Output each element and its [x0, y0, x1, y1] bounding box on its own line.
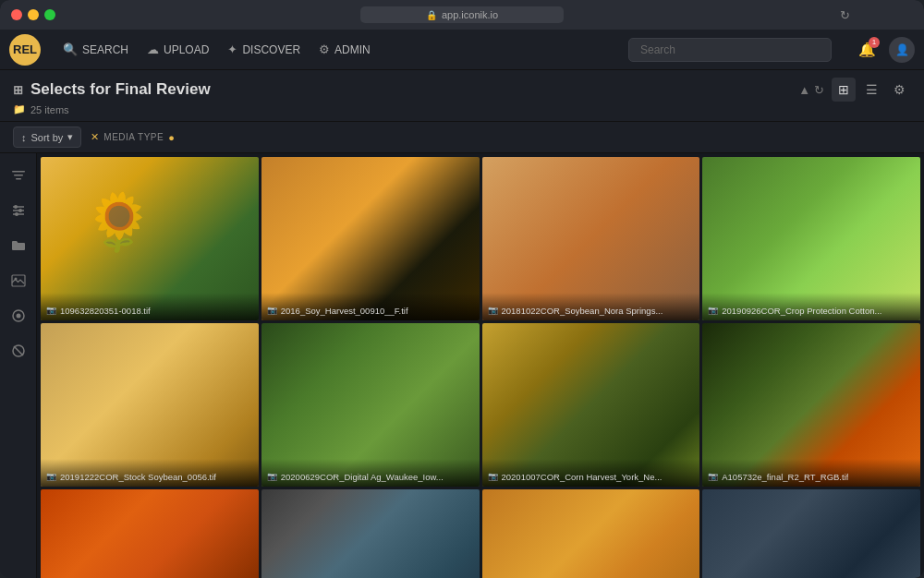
notifications-button[interactable]: 🔔 1	[854, 37, 880, 63]
sidebar-item-strike[interactable]	[4, 336, 33, 366]
title-bar: 🔒 app.iconik.io ↻	[0, 0, 924, 30]
nav-up-button[interactable]: ▲	[798, 83, 810, 97]
page-nav-arrows: ▲ ↻	[798, 83, 824, 97]
url-text: app.iconik.io	[442, 9, 498, 20]
grid-item[interactable]: 📷20201007COR_Corn Harvest_York_Ne...	[482, 323, 700, 487]
filter-chip-label: MEDIA TYPE	[103, 132, 164, 142]
item-label: 📷20181022COR_Soybean_Nora Springs...	[482, 293, 700, 320]
count-icon: 📁	[13, 103, 26, 115]
svg-point-8	[15, 212, 18, 216]
grid-item[interactable]: 📷20181022COR_Soybean_Nora Springs...	[482, 157, 700, 320]
camera-icon: 📷	[46, 472, 56, 481]
item-label: 📷20201007COR_Corn Harvest_York_Ne...	[482, 459, 700, 487]
page-title-row: ⊞ Selects for Final Review ▲ ↻ ⊞ ☰ ⚙	[13, 78, 911, 102]
upload-icon: ☁	[147, 42, 159, 56]
camera-icon: 📷	[488, 306, 498, 315]
sort-icon: ↕	[21, 132, 27, 143]
grid-item[interactable]: 📷20190926COR_Crop Protection Cotton...	[702, 157, 920, 320]
view-controls: ⊞ ☰ ⚙	[832, 78, 911, 102]
nav-upload[interactable]: ☁ UPLOAD	[140, 38, 216, 61]
logo[interactable]: REL	[9, 34, 41, 66]
sidebar-item-sliders[interactable]	[4, 196, 33, 225]
top-nav: REL 🔍 SEARCH ☁ UPLOAD ✦ DISCOVER ⚙ ADMIN…	[0, 30, 924, 70]
svg-point-6	[18, 209, 22, 212]
item-label: 📷20200629COR_Digital Ag_Waukee_Iow...	[261, 459, 480, 487]
grid-item[interactable]: 📷20200629COR_Digital Ag_Waukee_Iow...	[261, 323, 480, 487]
nav-discover[interactable]: ✦ DISCOVER	[220, 38, 308, 61]
grid-item[interactable]: 📷Corn_Seed_Facility_7256_F.tif	[702, 489, 920, 578]
user-avatar[interactable]: 👤	[889, 37, 915, 63]
content-area: 📷109632820351-0018.tif📷2016_Soy_Harvest_…	[0, 153, 924, 578]
grid-item[interactable]: 📷109632820351-0018.tif	[41, 157, 259, 320]
nav-search[interactable]: 🔍 SEARCH	[55, 38, 136, 61]
grid-item[interactable]: 📷Corn_Harvest_Minnesota_C0536_F.tif	[261, 489, 480, 578]
lock-icon: 🔒	[426, 10, 437, 20]
item-label: 📷2016_Soy_Harvest_00910__F.tif	[261, 293, 480, 320]
page-title-text: Selects for Final Review	[30, 80, 211, 99]
admin-icon: ⚙	[319, 42, 330, 56]
grid-item-thumbnail	[41, 489, 259, 578]
list-view-button[interactable]: ☰	[859, 78, 883, 102]
global-search-input[interactable]: Search	[628, 38, 832, 62]
nav-items: 🔍 SEARCH ☁ UPLOAD ✦ DISCOVER ⚙ ADMIN	[55, 38, 378, 61]
grid-area[interactable]: 📷109632820351-0018.tif📷2016_Soy_Harvest_…	[37, 153, 924, 578]
item-label: 📷20191222COR_Stock Soybean_0056.tif	[41, 459, 259, 487]
sidebar-item-folder[interactable]	[4, 231, 33, 260]
grid-item-thumbnail	[261, 489, 480, 578]
filter-type-icon: ●	[168, 132, 175, 143]
nav-refresh-button[interactable]: ↻	[814, 83, 824, 97]
collection-icon: ⊞	[13, 83, 23, 97]
sort-button[interactable]: ↕ Sort by ▾	[13, 126, 81, 148]
reload-button[interactable]: ↻	[840, 8, 850, 22]
camera-icon: 📷	[708, 472, 718, 481]
filter-close-icon[interactable]: ✕	[91, 131, 99, 143]
grid-item[interactable]: 📷20191222COR_Stock Soybean_0056.tif	[41, 323, 259, 487]
nav-admin[interactable]: ⚙ ADMIN	[311, 38, 378, 61]
minimize-button[interactable]	[28, 9, 39, 20]
grid-item-thumbnail	[482, 489, 700, 578]
sidebar-item-filters[interactable]	[4, 161, 33, 190]
item-filename: A105732e_final_R2_RT_RGB.tif	[722, 472, 848, 482]
camera-icon: 📷	[488, 472, 498, 481]
svg-point-4	[14, 205, 18, 209]
url-bar[interactable]: 🔒 app.iconik.io	[360, 6, 564, 23]
sidebar	[0, 153, 37, 578]
toolbar: ↕ Sort by ▾ ✕ MEDIA TYPE ●	[0, 122, 924, 153]
nav-search-label: SEARCH	[82, 43, 128, 56]
count-row: 📁 25 items	[13, 103, 911, 115]
camera-icon: 📷	[708, 306, 718, 315]
settings-button[interactable]: ⚙	[887, 78, 911, 102]
sidebar-item-image[interactable]	[4, 266, 33, 295]
svg-rect-0	[12, 171, 25, 173]
svg-rect-1	[14, 175, 23, 176]
item-label: 📷20190926COR_Crop Protection Cotton...	[702, 293, 920, 320]
nav-upload-label: UPLOAD	[164, 43, 209, 56]
sidebar-item-circle[interactable]	[4, 301, 33, 331]
grid-item[interactable]: 📷A105732e_final_R2_RT_RGB.tif	[702, 323, 920, 487]
item-filename: 2016_Soy_Harvest_00910__F.tif	[281, 306, 408, 316]
camera-icon: 📷	[267, 472, 277, 481]
item-filename: 20190926COR_Crop Protection Cotton...	[722, 306, 881, 316]
item-filename: 20191222COR_Stock Soybean_0056.tif	[60, 472, 216, 482]
item-filename: 20181022COR_Soybean_Nora Springs...	[502, 306, 663, 316]
traffic-lights	[11, 9, 55, 20]
discover-icon: ✦	[227, 42, 237, 56]
item-filename: 109632820351-0018.tif	[60, 306, 151, 316]
item-filename: 20201007COR_Corn Harvest_York_Ne...	[502, 472, 663, 482]
svg-point-12	[16, 314, 20, 319]
svg-line-14	[14, 346, 23, 355]
grid-item[interactable]: 📷Corn_Harvest_Minnesota_C0174_F.tif	[41, 489, 259, 578]
sort-label: Sort by	[31, 132, 64, 143]
close-button[interactable]	[11, 9, 22, 20]
camera-icon: 📷	[267, 306, 277, 315]
grid-view-button[interactable]: ⊞	[832, 78, 856, 102]
search-icon: 🔍	[63, 42, 78, 56]
svg-rect-2	[16, 178, 21, 180]
item-label: 📷A105732e_final_R2_RT_RGB.tif	[702, 459, 920, 487]
image-grid: 📷109632820351-0018.tif📷2016_Soy_Harvest_…	[41, 157, 920, 578]
maximize-button[interactable]	[44, 9, 55, 20]
item-count: 25 items	[30, 104, 69, 115]
grid-item[interactable]: 📷2016_Soy_Harvest_00910__F.tif	[261, 157, 480, 320]
grid-item[interactable]: 📷Corn_Harvest_Minnesota_C2068_F.tif	[482, 489, 700, 578]
filter-chip: ✕ MEDIA TYPE ●	[91, 131, 175, 143]
